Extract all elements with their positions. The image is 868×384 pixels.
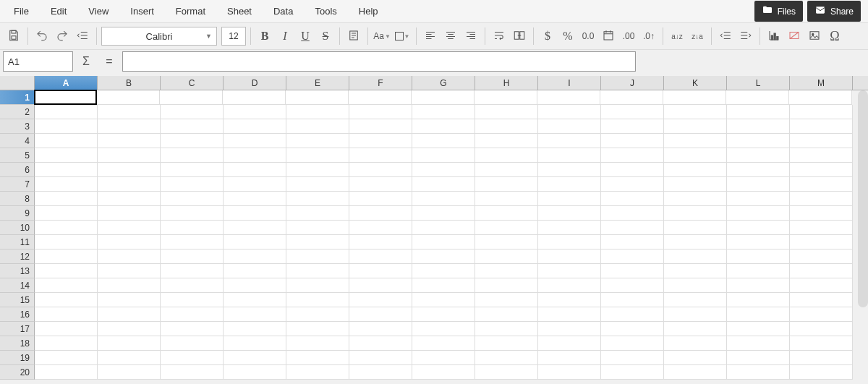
row-header-5[interactable]: 5 <box>0 148 35 163</box>
cell-E9[interactable] <box>286 206 349 221</box>
cell-M16[interactable] <box>790 307 853 322</box>
cell-E18[interactable] <box>286 336 349 351</box>
cell-M13[interactable] <box>790 264 853 278</box>
cell-M6[interactable] <box>790 163 853 177</box>
cell-B13[interactable] <box>98 264 161 278</box>
cell-H5[interactable] <box>475 148 538 163</box>
cell-A9[interactable] <box>35 206 98 221</box>
cell-C17[interactable] <box>161 322 224 336</box>
cell-E14[interactable] <box>286 278 349 293</box>
cell-I13[interactable] <box>538 264 601 278</box>
cell-J2[interactable] <box>601 105 664 119</box>
menu-edit[interactable]: Edit <box>40 1 77 21</box>
cell-G19[interactable] <box>412 351 475 365</box>
cell-G5[interactable] <box>412 148 475 163</box>
cell-H14[interactable] <box>475 278 538 293</box>
cell-H16[interactable] <box>475 307 538 322</box>
cell-J10[interactable] <box>601 221 664 235</box>
cell-F15[interactable] <box>349 293 412 307</box>
cell-J6[interactable] <box>601 163 664 177</box>
cell-A16[interactable] <box>35 307 98 322</box>
cell-A20[interactable] <box>35 365 98 380</box>
cell-K7[interactable] <box>664 177 727 192</box>
cell-C7[interactable] <box>161 177 224 192</box>
menu-file[interactable]: File <box>3 1 40 21</box>
cell-C12[interactable] <box>161 249 224 264</box>
cell-H19[interactable] <box>475 351 538 365</box>
cell-K13[interactable] <box>664 264 727 278</box>
cell-A18[interactable] <box>35 336 98 351</box>
currency-button[interactable]: $ <box>538 27 557 46</box>
cell-M5[interactable] <box>790 148 853 163</box>
row-header-16[interactable]: 16 <box>0 307 35 322</box>
row-header-20[interactable]: 20 <box>0 365 35 380</box>
cell-K8[interactable] <box>664 192 727 206</box>
cell-B16[interactable] <box>98 307 161 322</box>
cell-C5[interactable] <box>161 148 224 163</box>
row-header-8[interactable]: 8 <box>0 192 35 206</box>
cell-I11[interactable] <box>538 235 601 249</box>
cell-L12[interactable] <box>727 249 790 264</box>
cell-M18[interactable] <box>790 336 853 351</box>
cell-J11[interactable] <box>601 235 664 249</box>
column-header-j[interactable]: J <box>601 76 664 90</box>
column-header-k[interactable]: K <box>664 76 727 90</box>
cell-E3[interactable] <box>286 119 349 134</box>
cell-C19[interactable] <box>161 351 224 365</box>
cell-I19[interactable] <box>538 351 601 365</box>
cell-G8[interactable] <box>412 192 475 206</box>
add-decimal-button[interactable]: .00 <box>619 27 638 46</box>
border-button[interactable]: ▼ <box>393 27 412 46</box>
cell-D4[interactable] <box>224 134 286 148</box>
cell-D19[interactable] <box>224 351 286 365</box>
cell-K15[interactable] <box>664 293 727 307</box>
cell-M9[interactable] <box>790 206 853 221</box>
cell-E10[interactable] <box>286 221 349 235</box>
bold-button[interactable]: B <box>255 27 274 46</box>
column-header-g[interactable]: G <box>412 76 475 90</box>
case-button[interactable]: Aa ▼ <box>373 27 391 46</box>
cell-J15[interactable] <box>601 293 664 307</box>
cell-A2[interactable] <box>35 105 98 119</box>
number-format-button[interactable]: 0.0 <box>579 27 597 46</box>
indent-dec-button[interactable] <box>716 27 735 46</box>
cell-G14[interactable] <box>412 278 475 293</box>
cell-E1[interactable] <box>286 90 349 105</box>
hide-button[interactable] <box>785 27 804 46</box>
cell-E12[interactable] <box>286 249 349 264</box>
cell-M19[interactable] <box>790 351 853 365</box>
cell-I7[interactable] <box>538 177 601 192</box>
cell-F17[interactable] <box>349 322 412 336</box>
cell-J8[interactable] <box>601 192 664 206</box>
cell-E15[interactable] <box>286 293 349 307</box>
cell-F19[interactable] <box>349 351 412 365</box>
cell-A19[interactable] <box>35 351 98 365</box>
equals-button[interactable]: = <box>99 51 119 72</box>
cell-A11[interactable] <box>35 235 98 249</box>
cell-K9[interactable] <box>664 206 727 221</box>
cell-K10[interactable] <box>664 221 727 235</box>
cell-D16[interactable] <box>224 307 286 322</box>
date-format-button[interactable] <box>599 27 618 46</box>
cell-C20[interactable] <box>161 365 224 380</box>
cell-I3[interactable] <box>538 119 601 134</box>
cell-D6[interactable] <box>224 163 286 177</box>
cell-J13[interactable] <box>601 264 664 278</box>
cell-C13[interactable] <box>161 264 224 278</box>
cell-K6[interactable] <box>664 163 727 177</box>
cell-G15[interactable] <box>412 293 475 307</box>
sort-desc-button[interactable]: z↓a <box>688 27 707 46</box>
cell-B5[interactable] <box>98 148 161 163</box>
cell-G6[interactable] <box>412 163 475 177</box>
column-header-m[interactable]: M <box>790 76 853 90</box>
cell-C16[interactable] <box>161 307 224 322</box>
redo-button[interactable] <box>53 27 72 46</box>
strike-button[interactable]: S <box>316 27 335 46</box>
cell-G7[interactable] <box>412 177 475 192</box>
cell-F7[interactable] <box>349 177 412 192</box>
cell-G10[interactable] <box>412 221 475 235</box>
cell-F4[interactable] <box>349 134 412 148</box>
cell-D15[interactable] <box>224 293 286 307</box>
cell-M17[interactable] <box>790 322 853 336</box>
row-header-6[interactable]: 6 <box>0 163 35 177</box>
